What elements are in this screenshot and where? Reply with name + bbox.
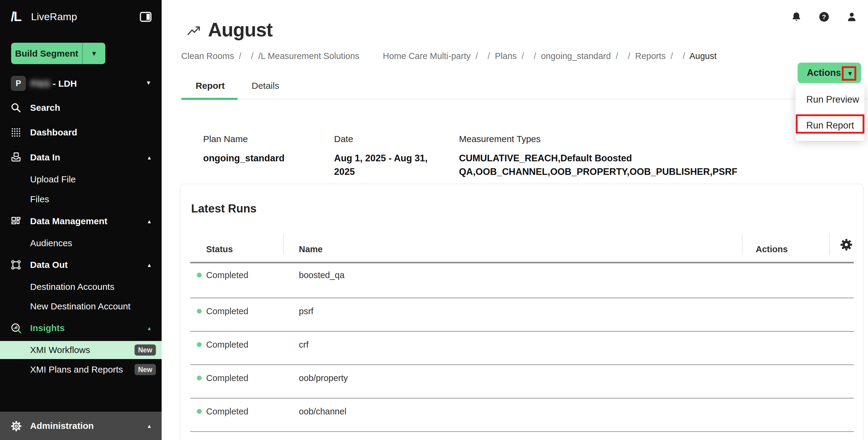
sidebar-item-search[interactable]: Search [0, 99, 162, 117]
run-row[interactable]: Completed psrf [190, 299, 854, 323]
data-out-icon [10, 259, 22, 271]
breadcrumb-item[interactable]: Plans [495, 51, 529, 61]
svg-text:?: ? [822, 13, 826, 21]
field-value: CUMULATIVE_REACH,Default Boosted QA,OOB_… [459, 151, 778, 179]
data-management-icon [10, 216, 22, 227]
breadcrumb-item[interactable]: Clean Rooms [181, 51, 246, 61]
sidebar-item-audiences[interactable]: Audiences [0, 234, 162, 252]
user-profile-icon[interactable] [846, 11, 857, 22]
menu-item-run-preview[interactable]: Run Preview [796, 87, 864, 113]
sidebar-item-label: Data In [30, 152, 60, 162]
breadcrumb-separator [623, 51, 635, 61]
insights-icon [10, 322, 22, 334]
run-status: Completed [206, 340, 248, 350]
sidebar-item-data-management[interactable]: Data Management ▴ [0, 212, 162, 230]
run-row[interactable]: Completed boosted_qa [190, 263, 854, 287]
page-header: August [186, 19, 272, 41]
sidebar-item-label: Destination Accounts [30, 282, 114, 292]
run-name: boosted_qa [299, 270, 345, 280]
brand-name: LiveRamp [31, 11, 77, 23]
field-label: Measurement Types [459, 134, 778, 144]
chevron-down-icon[interactable]: ▾ [848, 69, 852, 77]
account-switcher[interactable]: P P&G - LDH ▾ [0, 75, 162, 92]
column-header-name: Name [299, 244, 323, 254]
tab-report[interactable]: Report [196, 81, 225, 91]
field-label: Date [334, 134, 439, 144]
sidebar-item-label: Administration [30, 421, 94, 431]
sidebar-item-xmi-workflows[interactable]: XMI Workflows New [0, 341, 162, 359]
liveramp-app: /L LiveRamp Build Segment ▾ P P&G - LDH … [0, 0, 868, 440]
row-divider [190, 365, 854, 365]
notifications-bell-icon[interactable] [791, 11, 802, 22]
account-name: P&G - LDH [31, 78, 77, 89]
sidebar-item-label: Upload File [30, 174, 76, 185]
sidebar: /L LiveRamp Build Segment ▾ P P&G - LDH … [0, 0, 162, 440]
run-name: oob/channel [299, 407, 346, 416]
actions-dropdown-menu: Run Preview Run Report [796, 84, 864, 141]
sidebar-item-dashboard[interactable]: Dashboard [0, 123, 162, 142]
table-settings-gear-icon[interactable] [839, 238, 853, 252]
sidebar-item-files[interactable]: Files [0, 190, 162, 208]
tab-bar: Report Details [162, 77, 868, 99]
sidebar-item-xmi-plans-and-reports[interactable]: XMI Plans and Reports New [0, 360, 162, 379]
measurement-types-field: Measurement Types CUMULATIVE_REACH,Defau… [459, 134, 778, 179]
search-icon [10, 102, 22, 114]
sidebar-item-destination-accounts[interactable]: Destination Accounts [0, 278, 162, 296]
run-row[interactable]: Completed oob/property [190, 366, 854, 390]
actions-button-label: Actions [807, 67, 841, 78]
build-segment-dropdown-caret[interactable]: ▾ [82, 43, 105, 64]
chevron-down-icon: ▾ [92, 49, 96, 58]
breadcrumb-left: Clean Rooms/L Measurement Solutions [181, 51, 359, 61]
sidebar-item-data-in[interactable]: Data In ▴ [0, 148, 162, 166]
sidebar-item-data-out[interactable]: Data Out ▴ [0, 256, 162, 274]
breadcrumb-item[interactable]: Reports [635, 51, 678, 61]
new-badge: New [134, 364, 156, 375]
breadcrumb-item[interactable]: /L Measurement Solutions [258, 51, 359, 61]
sidebar-item-label: XMI Plans and Reports [30, 365, 123, 375]
sidebar-item-administration[interactable]: Administration ▴ [0, 412, 162, 440]
column-header-status: Status [206, 244, 233, 254]
sidebar-item-label: Insights [30, 323, 65, 333]
administration-row[interactable]: Administration ▴ [0, 417, 162, 435]
sidebar-item-insights[interactable]: Insights ▴ [0, 319, 162, 337]
breadcrumb-item[interactable]: ongoing_standard [541, 51, 623, 61]
status-dot-icon [197, 376, 202, 380]
dashboard-icon [10, 127, 22, 138]
sidebar-item-label: Data Out [30, 260, 68, 270]
top-toolbar: ? [791, 11, 857, 22]
liveramp-logo-icon: /L [11, 9, 21, 24]
column-header-actions: Actions [756, 244, 788, 254]
logo-row: /L LiveRamp [0, 8, 162, 25]
main-content: ? August Clean Rooms/L Measurement Solut… [162, 0, 868, 440]
actions-button[interactable]: Actions ▾ [798, 63, 861, 83]
menu-item-run-report[interactable]: Run Report [796, 113, 864, 138]
page-title: August [208, 19, 272, 41]
column-divider [283, 234, 284, 254]
row-divider [190, 297, 854, 298]
tab-details[interactable]: Details [252, 81, 279, 91]
build-segment-button[interactable]: Build Segment ▾ [11, 43, 105, 64]
chevron-up-icon: ▴ [148, 324, 151, 332]
sidebar-item-new-destination-account[interactable]: New Destination Account [0, 297, 162, 315]
breadcrumb-item[interactable]: Home Care Multi-party [383, 51, 483, 61]
sidebar-item-label: Dashboard [30, 127, 78, 137]
sidebar-collapse-icon[interactable] [139, 10, 152, 24]
run-row[interactable]: Completed oob/channel [190, 399, 854, 423]
breadcrumb-separator [529, 51, 541, 61]
sidebar-item-upload-file[interactable]: Upload File [0, 170, 162, 188]
sidebar-item-label: XMI Workflows [30, 345, 90, 355]
run-status: Completed [206, 373, 248, 383]
breadcrumb-separator [483, 51, 495, 61]
run-name: psrf [299, 306, 313, 316]
help-icon[interactable]: ? [819, 11, 830, 22]
chevron-up-icon: ▴ [148, 261, 151, 269]
account-avatar: P [11, 76, 26, 91]
run-row[interactable]: Completed crf [190, 333, 854, 357]
row-divider [190, 398, 854, 399]
date-field: Date Aug 1, 2025 - Aug 31, 2025 [334, 134, 439, 179]
active-tab-indicator [181, 98, 238, 100]
sidebar-item-label: Search [30, 103, 60, 113]
field-label: Plan Name [203, 134, 330, 144]
run-name: crf [299, 340, 309, 350]
breadcrumb-current: August [689, 51, 717, 61]
